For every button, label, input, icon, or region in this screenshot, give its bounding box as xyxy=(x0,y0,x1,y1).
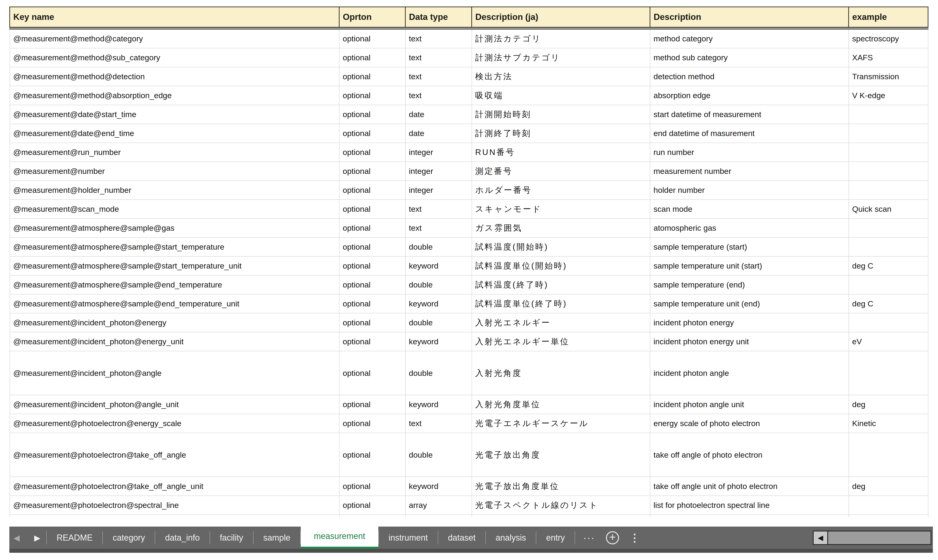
cell-description[interactable]: holder number xyxy=(650,181,849,200)
sheet-tab-category[interactable]: category xyxy=(103,526,155,549)
cell-option[interactable]: optional xyxy=(339,294,406,313)
cell-example[interactable] xyxy=(849,515,928,517)
cell-option[interactable]: optional xyxy=(339,496,406,515)
cell-data-type[interactable]: date xyxy=(406,105,472,124)
cell-description-ja[interactable]: 計測終了時刻 xyxy=(472,124,650,143)
cell-description-ja[interactable]: ホルダー番号 xyxy=(472,181,650,200)
cell-option[interactable]: optional xyxy=(339,313,406,332)
column-header-data-type[interactable]: Data type xyxy=(406,7,472,28)
cell-option[interactable]: optional xyxy=(339,395,406,414)
cell-example[interactable] xyxy=(849,105,928,124)
cell-description[interactable]: absorption edge xyxy=(650,86,849,105)
cell-description[interactable]: scan mode xyxy=(650,200,849,218)
cell-option[interactable] xyxy=(339,515,406,517)
cell-description-ja[interactable]: 入射光角度単位 xyxy=(472,395,650,414)
cell-description-ja[interactable]: 試料温度単位(終了時) xyxy=(472,294,650,313)
cell-description-ja[interactable]: ガス雰囲気 xyxy=(472,218,650,237)
cell-example[interactable]: XAFS xyxy=(849,48,928,67)
cell-option[interactable]: optional xyxy=(339,181,406,200)
cell-key-name[interactable]: @measurement@number xyxy=(10,162,339,181)
cell-data-type[interactable]: date xyxy=(406,124,472,143)
cell-description[interactable]: incident photon energy unit xyxy=(650,332,849,351)
cell-data-type[interactable]: keyword xyxy=(406,395,472,414)
cell-option[interactable]: optional xyxy=(339,143,406,162)
column-header-key-name[interactable]: Key name xyxy=(10,7,339,28)
cell-description-ja[interactable]: 試料温度(終了時) xyxy=(472,275,650,294)
cell-description[interactable]: energy scale of photo electron xyxy=(650,414,849,433)
cell-key-name[interactable]: @measurement@atmosphere@sample@end_tempe… xyxy=(10,275,339,294)
scrollbar-left-arrow-icon[interactable]: ◀ xyxy=(814,531,828,544)
cell-example[interactable] xyxy=(849,218,928,237)
cell-key-name[interactable]: @measurement@date@start_time xyxy=(10,105,339,124)
add-sheet-icon[interactable]: + xyxy=(606,531,619,545)
cell-key-name[interactable]: @measurement@atmosphere@sample@start_tem… xyxy=(10,237,339,256)
cell-description[interactable]: sample temperature unit (end) xyxy=(650,294,849,313)
cell-description[interactable]: method sub category xyxy=(650,48,849,67)
cell-description[interactable]: take off angle unit of photo electron xyxy=(650,477,849,496)
cell-key-name[interactable]: @measurement@atmosphere@sample@start_tem… xyxy=(10,256,339,275)
tab-overflow-ellipsis[interactable]: ... xyxy=(575,525,604,547)
cell-option[interactable]: optional xyxy=(339,275,406,294)
column-header-example[interactable]: example xyxy=(849,7,928,28)
cell-option[interactable]: optional xyxy=(339,162,406,181)
cell-description-ja[interactable]: 計測法サブカテゴリ xyxy=(472,48,650,67)
cell-key-name[interactable]: @measurement@atmosphere@sample@gas xyxy=(10,218,339,237)
cell-option[interactable]: optional xyxy=(339,48,406,67)
cell-key-name[interactable]: @measurement@scan_mode xyxy=(10,200,339,218)
cell-option[interactable]: optional xyxy=(339,433,406,477)
cell-data-type[interactable]: text xyxy=(406,200,472,218)
cell-example[interactable] xyxy=(849,433,928,477)
cell-example[interactable]: Kinetic xyxy=(849,414,928,433)
sheet-options-icon[interactable]: ⋮ xyxy=(624,531,645,544)
cell-option[interactable]: optional xyxy=(339,218,406,237)
cell-key-name[interactable]: @measurement@photoelectron@spectral_line xyxy=(10,496,339,515)
sheet-tab-entry[interactable]: entry xyxy=(536,526,575,549)
cell-data-type[interactable]: text xyxy=(406,67,472,86)
cell-key-name[interactable]: @measurement@photoelectron@take_off_angl… xyxy=(10,433,339,477)
cell-key-name[interactable]: @measurement@date@end_time xyxy=(10,124,339,143)
cell-data-type[interactable]: keyword xyxy=(406,256,472,275)
cell-key-name[interactable]: @measurement@incident_photon@energy xyxy=(10,313,339,332)
cell-data-type[interactable]: integer xyxy=(406,181,472,200)
cell-description[interactable]: atomospheric gas xyxy=(650,218,849,237)
cell-example[interactable]: deg C xyxy=(849,256,928,275)
cell-example[interactable]: deg xyxy=(849,477,928,496)
cell-option[interactable]: optional xyxy=(339,332,406,351)
cell-key-name[interactable]: @measurement@photoelectron@take_off_angl… xyxy=(10,477,339,496)
cell-key-name[interactable]: @measurement@incident_photon@energy_unit xyxy=(10,332,339,351)
sheet-tab-readme[interactable]: README xyxy=(47,526,102,549)
cell-key-name[interactable]: @measurement@holder_number xyxy=(10,181,339,200)
cell-description[interactable]: take off angle of photo electron xyxy=(650,433,849,477)
cell-description[interactable]: end datetime of masurement xyxy=(650,124,849,143)
cell-example[interactable] xyxy=(849,162,928,181)
cell-description[interactable]: sample temperature (start) xyxy=(650,237,849,256)
cell-example[interactable]: deg xyxy=(849,395,928,414)
cell-description-ja[interactable]: 試料温度(開始時) xyxy=(472,237,650,256)
column-header-option[interactable]: Oprton xyxy=(339,7,406,28)
cell-description-ja[interactable]: 試料温度単位(開始時) xyxy=(472,256,650,275)
cell-option[interactable]: optional xyxy=(339,67,406,86)
sheet-tab-dataset[interactable]: dataset xyxy=(438,526,485,549)
cell-data-type[interactable]: double xyxy=(406,351,472,395)
cell-description[interactable]: measurement number xyxy=(650,162,849,181)
cell-option[interactable]: optional xyxy=(339,124,406,143)
cell-example[interactable] xyxy=(849,124,928,143)
scroll-tabs-right-icon[interactable]: ▶ xyxy=(34,534,40,542)
cell-data-type[interactable]: integer xyxy=(406,143,472,162)
cell-data-type[interactable]: double xyxy=(406,433,472,477)
sheet-tab-data_info[interactable]: data_info xyxy=(155,526,209,549)
cell-example[interactable] xyxy=(849,313,928,332)
cell-description[interactable]: start datetime of measurement xyxy=(650,105,849,124)
cell-description[interactable]: incident photon angle unit xyxy=(650,395,849,414)
cell-example[interactable] xyxy=(849,351,928,395)
cell-description[interactable] xyxy=(650,515,849,517)
cell-option[interactable]: optional xyxy=(339,237,406,256)
cell-data-type[interactable]: double xyxy=(406,237,472,256)
cell-example[interactable]: V K-edge xyxy=(849,86,928,105)
cell-data-type[interactable]: text xyxy=(406,218,472,237)
scrollbar-thumb[interactable] xyxy=(828,531,930,544)
cell-example[interactable] xyxy=(849,496,928,515)
cell-description-ja[interactable]: RUN番号 xyxy=(472,143,650,162)
sheet-tab-measurement[interactable]: measurement xyxy=(301,525,378,549)
cell-description-ja[interactable]: 検出方法 xyxy=(472,67,650,86)
